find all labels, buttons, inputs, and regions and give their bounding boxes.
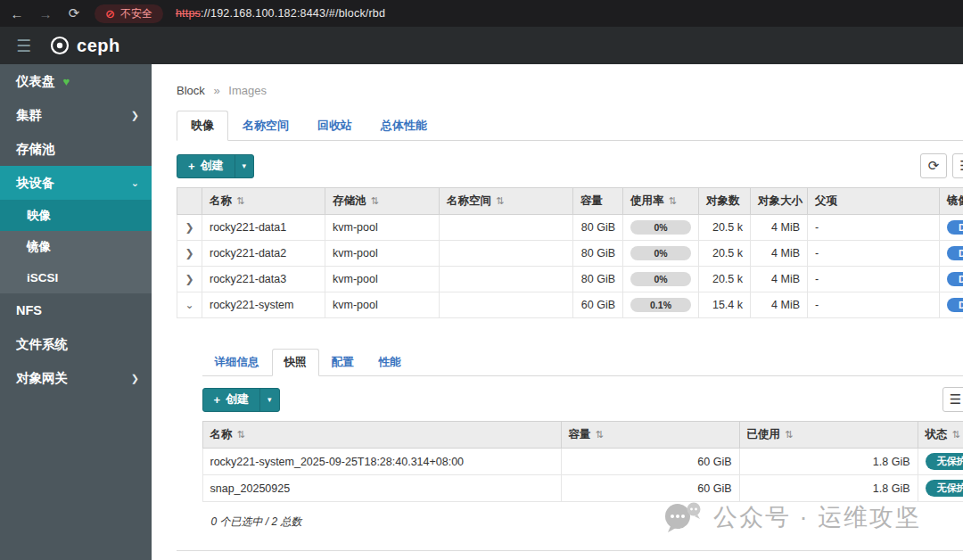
tab-images[interactable]: 映像 — [177, 111, 228, 141]
reload-icon[interactable]: ⟳ — [66, 5, 82, 21]
plus-icon: + — [188, 160, 195, 173]
tab-performance[interactable]: 性能 — [366, 349, 414, 376]
snapshot-column-menu-button[interactable]: ☰ — [942, 387, 963, 412]
expand-chevron-icon[interactable]: ❯ — [177, 241, 202, 267]
col-label: 存储池 — [333, 194, 366, 207]
sidebar-item-dashboard[interactable]: 仪表盘 ♥ — [0, 64, 152, 98]
breadcrumb-page: Images — [228, 84, 267, 97]
table-row[interactable]: ❯ rocky221-data2 kvm-pool 80 GiB 0% 20.5… — [177, 241, 963, 267]
col-name[interactable]: 名称⇅ — [202, 188, 325, 215]
create-caret-icon[interactable]: ▾ — [235, 155, 254, 177]
sidebar-item-images[interactable]: 映像 — [0, 200, 152, 231]
sidebar-item-object-gateway[interactable]: 对象网关 ❯ — [0, 361, 152, 395]
sidebar-item-nfs[interactable]: NFS — [0, 293, 152, 327]
expand-chevron-icon[interactable]: ❯ — [177, 267, 202, 292]
usage-bar: 0.1% — [630, 298, 691, 312]
col-usage[interactable]: 使用率⇅ — [623, 188, 699, 215]
sidebar-item-block[interactable]: 块设备 ⌄ — [0, 166, 152, 200]
sidebar-item-label: 镜像 — [27, 239, 51, 255]
sidebar-item-cluster[interactable]: 集群 ❯ — [0, 98, 152, 132]
usage-bar: 0% — [630, 220, 691, 235]
refresh-button[interactable]: ⟳ — [920, 153, 947, 178]
tab-configuration[interactable]: 配置 — [319, 349, 366, 376]
sidebar-item-pools[interactable]: 存储池 — [0, 132, 152, 166]
col-mirroring[interactable]: 镜像 — [940, 188, 963, 215]
url-scheme: https — [176, 7, 201, 20]
tab-snapshots[interactable]: 快照 — [272, 349, 319, 376]
table-row[interactable]: ❯ rocky221-data3 kvm-pool 80 GiB 0% 20.5… — [177, 267, 963, 292]
cell-pool: kvm-pool — [325, 267, 440, 292]
mirroring-badge: Dis — [947, 220, 963, 235]
cell-namespace — [440, 215, 573, 241]
tab-overall-performance[interactable]: 总体性能 — [366, 111, 441, 141]
snapshot-row[interactable]: rocky221-system_2025-09-25T18:28:40.314+… — [202, 449, 963, 475]
main-tabs: 映像 名称空间 回收站 总体性能 — [177, 111, 963, 141]
col-snapshot-state[interactable]: 状态⇅ — [918, 422, 963, 449]
col-namespace[interactable]: 名称空间⇅ — [440, 188, 573, 215]
detail-cell: 详细信息 快照 配置 性能 + — [177, 318, 963, 551]
mirroring-badge: Dis — [947, 246, 963, 260]
cell-snapshot-name: snap_20250925 — [202, 475, 561, 502]
address-bar[interactable]: https://192.168.100.182:8443/#/block/rbd — [176, 7, 385, 20]
snapshot-create-button[interactable]: + 创建 ▾ — [202, 388, 280, 412]
table-selection-summary: 0 个已选中 / 4 个已找到 / 4 总数 — [177, 550, 963, 560]
col-label: 使用率 — [630, 194, 664, 207]
cell-snapshot-used: 1.8 GiB — [739, 449, 918, 475]
sidebar-item-label: 仪表盘 — [16, 73, 55, 90]
col-capacity[interactable]: 容量 — [573, 188, 623, 215]
sidebar-item-label: 集群 — [16, 107, 42, 124]
create-label: 创建 — [226, 391, 249, 408]
col-parent[interactable]: 父项 — [808, 188, 940, 215]
column-menu-button[interactable]: ☰ — [952, 153, 963, 178]
sort-icon: ⇅ — [496, 195, 504, 206]
back-icon[interactable]: ← — [9, 6, 25, 21]
col-pool[interactable]: 存储池⇅ — [325, 188, 440, 215]
col-label: 父项 — [815, 194, 837, 207]
tab-trash[interactable]: 回收站 — [303, 111, 366, 141]
sidebar-item-mirroring[interactable]: 镜像 — [0, 231, 152, 262]
tab-namespaces[interactable]: 名称空间 — [228, 111, 303, 141]
col-expander — [177, 188, 202, 215]
mirroring-badge: Dis — [947, 272, 963, 286]
unprotected-badge: 无保护 — [926, 453, 963, 470]
security-label: 不安全 — [120, 6, 152, 21]
ceph-logo[interactable]: ceph — [49, 35, 120, 56]
security-badge[interactable]: ⊘ 不安全 — [95, 4, 163, 23]
sidebar-item-iscsi[interactable]: iSCSI — [0, 262, 152, 293]
cell-mirroring: Dis — [940, 267, 963, 292]
snapshot-selection-summary: 0 个已选中 / 2 总数 — [202, 502, 953, 530]
table-row[interactable]: ❯ rocky221-data1 kvm-pool 80 GiB 0% 20.5… — [177, 215, 963, 241]
col-label: 状态 — [926, 428, 948, 441]
table-row-expanded[interactable]: ⌄ rocky221-system kvm-pool 60 GiB 0.1% 1… — [177, 292, 963, 318]
sort-icon: ⇅ — [236, 195, 244, 206]
cell-usage: 0.1% — [623, 292, 699, 318]
expand-chevron-icon[interactable]: ❯ — [177, 215, 202, 241]
cell-capacity: 80 GiB — [573, 215, 623, 241]
cell-snapshot-capacity: 60 GiB — [561, 475, 739, 502]
snapshot-row[interactable]: snap_20250925 60 GiB 1.8 GiB 无保护 — [202, 475, 963, 502]
unprotected-badge: 无保护 — [926, 480, 963, 497]
col-snapshot-capacity[interactable]: 容量⇅ — [561, 422, 739, 449]
detail-row: 详细信息 快照 配置 性能 + — [177, 318, 963, 551]
tab-details[interactable]: 详细信息 — [202, 349, 272, 376]
usage-bar: 0% — [630, 246, 691, 260]
create-caret-icon[interactable]: ▾ — [259, 389, 279, 411]
cell-name: rocky221-data3 — [202, 267, 325, 292]
col-snapshot-name[interactable]: 名称⇅ — [202, 422, 561, 449]
col-object-size[interactable]: 对象大小 — [751, 188, 808, 215]
create-button[interactable]: + 创建 ▾ — [177, 154, 254, 178]
cell-objects: 15.4 k — [699, 292, 751, 318]
app-header: ☰ ceph — [0, 27, 963, 64]
collapse-chevron-icon[interactable]: ⌄ — [177, 292, 202, 318]
cell-pool: kvm-pool — [325, 292, 440, 318]
cell-usage: 0% — [623, 267, 699, 292]
forward-icon[interactable]: → — [37, 6, 54, 21]
cell-parent: - — [808, 241, 940, 267]
cell-snapshot-state: 无保护 — [918, 449, 963, 475]
hamburger-icon[interactable]: ☰ — [16, 36, 31, 56]
sidebar-item-filesystems[interactable]: 文件系统 — [0, 327, 152, 361]
cell-mirroring: Dis — [940, 215, 963, 241]
col-objects[interactable]: 对象数 — [699, 188, 751, 215]
col-label: 对象数 — [706, 194, 740, 207]
col-snapshot-used[interactable]: 已使用⇅ — [739, 422, 918, 449]
